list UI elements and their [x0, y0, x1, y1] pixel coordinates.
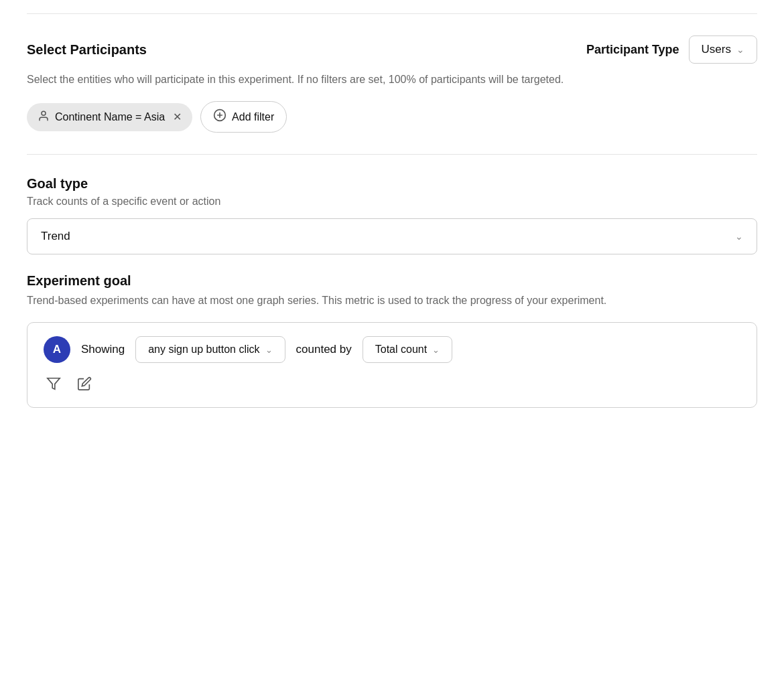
- goal-type-description: Track counts of a specific event or acti…: [27, 196, 757, 208]
- mid-divider: [27, 154, 757, 155]
- close-icon[interactable]: ✕: [173, 110, 182, 123]
- goal-type-title: Goal type: [27, 176, 757, 192]
- event-value: any sign up button click: [148, 344, 259, 356]
- chevron-down-icon: ⌄: [265, 345, 273, 355]
- edit-icon-button[interactable]: [74, 374, 94, 394]
- participant-type-value: Users: [702, 43, 731, 56]
- event-dropdown[interactable]: any sign up button click ⌄: [135, 336, 285, 363]
- svg-marker-4: [48, 378, 60, 390]
- participant-type-area: Participant Type Users ⌄: [586, 35, 757, 64]
- select-participants-section: Select Participants Participant Type Use…: [27, 35, 757, 133]
- continent-filter-tag[interactable]: Continent Name = Asia ✕: [27, 103, 192, 131]
- edit-icon: [77, 376, 92, 391]
- total-count-value: Total count: [375, 344, 427, 356]
- chevron-down-icon: ⌄: [735, 231, 743, 242]
- showing-label: Showing: [81, 343, 125, 356]
- goal-card: A Showing any sign up button click ⌄ cou…: [27, 322, 757, 408]
- add-filter-button[interactable]: Add filter: [200, 101, 287, 133]
- goal-actions: [44, 374, 740, 394]
- select-participants-title: Select Participants: [27, 42, 147, 58]
- counted-by-label: counted by: [296, 343, 352, 356]
- goal-type-section: Goal type Track counts of a specific eve…: [27, 176, 757, 254]
- experiment-goal-description: Trend-based experiments can have at most…: [27, 293, 757, 309]
- total-count-dropdown[interactable]: Total count ⌄: [363, 336, 452, 363]
- participants-description: Select the entities who will participate…: [27, 72, 757, 88]
- plus-circle-icon: [213, 108, 226, 125]
- goal-type-dropdown[interactable]: Trend ⌄: [27, 218, 757, 254]
- user-icon: [38, 110, 50, 125]
- participant-type-dropdown[interactable]: Users ⌄: [689, 35, 757, 64]
- experiment-goal-title: Experiment goal: [27, 273, 757, 289]
- filter-tag-text: Continent Name = Asia: [55, 111, 165, 123]
- filter-icon: [46, 376, 61, 391]
- experiment-goal-section: Experiment goal Trend-based experiments …: [27, 273, 757, 408]
- filters-row: Continent Name = Asia ✕ Add filter: [27, 101, 757, 133]
- page-container: Select Participants Participant Type Use…: [0, 0, 784, 440]
- chevron-down-icon: ⌄: [736, 44, 744, 55]
- goal-type-value: Trend: [41, 230, 70, 243]
- filter-icon-button[interactable]: [44, 374, 64, 394]
- add-filter-label: Add filter: [232, 111, 274, 123]
- goal-row: A Showing any sign up button click ⌄ cou…: [44, 336, 740, 363]
- svg-point-0: [42, 111, 46, 115]
- chevron-down-icon: ⌄: [432, 345, 440, 355]
- section-header: Select Participants Participant Type Use…: [27, 35, 757, 64]
- top-divider: [27, 13, 757, 14]
- participant-type-label: Participant Type: [586, 43, 679, 57]
- series-badge: A: [44, 336, 70, 363]
